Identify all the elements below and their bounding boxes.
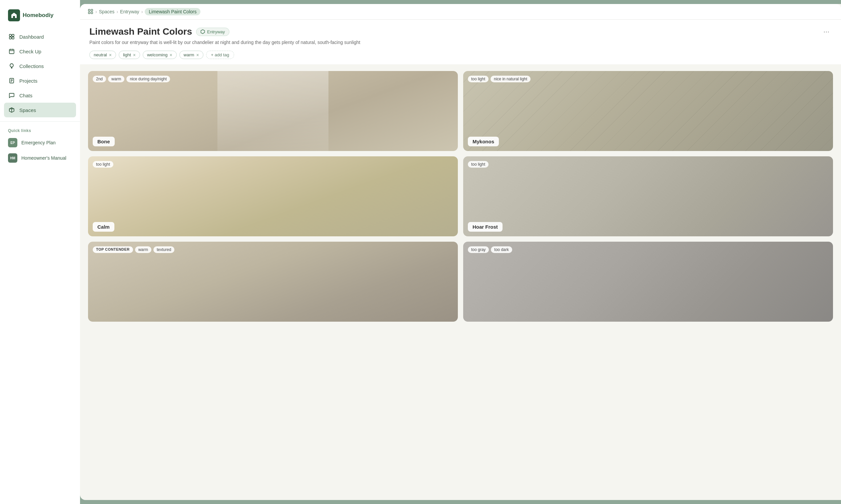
breadcrumb-home-icon[interactable] (88, 9, 93, 14)
breadcrumb-current[interactable]: Limewash Paint Colors (145, 8, 200, 15)
tag-light-label: light (123, 52, 131, 57)
card-calm-tags: too light (93, 161, 113, 168)
quick-links-label: Quick links (0, 126, 80, 135)
card-tag-2nd: 2nd (93, 76, 106, 82)
document-icon (8, 77, 15, 84)
card-tag-too-light-calm: too light (93, 161, 113, 168)
cards-grid: 2nd warm nice during day/night Bone too … (80, 64, 841, 328)
svg-rect-17 (91, 9, 93, 11)
mykonos-detail (463, 71, 833, 151)
main-nav: Dashboard Check Up (0, 29, 80, 117)
space-badge-icon (200, 29, 205, 34)
sidebar-item-spaces-label: Spaces (19, 107, 36, 113)
chat-icon (8, 92, 15, 99)
logo-icon (8, 9, 20, 21)
sidebar-item-projects-label: Projects (19, 78, 37, 84)
card-bone-label: Bone (93, 137, 115, 146)
breadcrumb: › Spaces › Entryway › Limewash Paint Col… (80, 4, 841, 20)
sidebar-item-collections-label: Collections (19, 63, 44, 69)
sidebar-item-dashboard-label: Dashboard (19, 34, 44, 40)
sidebar-item-collections[interactable]: Collections (0, 59, 80, 73)
breadcrumb-sep-2: › (117, 9, 118, 14)
tag-neutral-label: neutral (94, 52, 107, 57)
page-title: Limewash Paint Colors (89, 26, 192, 37)
card-too-gray[interactable]: too gray too dark (463, 242, 833, 322)
card-tag-nice-natural-light: nice in natural light (490, 76, 531, 82)
sidebar-item-chats[interactable]: Chats (0, 88, 80, 103)
quick-link-homeowners-manual[interactable]: HM Homeowner's Manual (0, 150, 80, 166)
card-calm[interactable]: too light Calm (88, 156, 458, 236)
card-tag-nice-day-night: nice during day/night (126, 76, 170, 82)
tags-row: neutral × light × welcoming × warm × + a… (89, 51, 832, 59)
card-bone[interactable]: 2nd warm nice during day/night Bone (88, 71, 458, 151)
sidebar-item-dashboard[interactable]: Dashboard (0, 29, 80, 44)
tag-light[interactable]: light × (119, 51, 140, 59)
add-tag-button[interactable]: + add tag (206, 51, 234, 59)
logo-text: Homebodiy (23, 12, 54, 19)
card-hoar-frost-tags: too light (468, 161, 488, 168)
sidebar-item-spaces[interactable]: Spaces (4, 103, 76, 117)
emergency-plan-avatar: EP (8, 138, 17, 147)
tag-welcoming[interactable]: welcoming × (143, 51, 177, 59)
page-description: Paint colors for our entryway that is we… (89, 39, 832, 46)
sidebar-item-checkup-label: Check Up (19, 49, 41, 54)
tag-warm-label: warm (184, 52, 194, 57)
grid-icon (8, 33, 15, 40)
sidebar-item-checkup[interactable]: Check Up (0, 44, 80, 59)
card-tag-warm: warm (108, 76, 124, 82)
card-hoar-frost[interactable]: too light Hoar Frost (463, 156, 833, 236)
card-top-contender[interactable]: TOP CONTENDER warm textured (88, 242, 458, 322)
page-header: Limewash Paint Colors Entryway ⋯ Paint c… (80, 20, 841, 64)
box-icon (8, 106, 15, 114)
svg-rect-18 (88, 12, 90, 14)
quick-link-emergency-plan[interactable]: EP Emergency Plan (0, 135, 80, 150)
tag-welcoming-label: welcoming (147, 52, 167, 57)
tag-warm[interactable]: warm × (179, 51, 203, 59)
card-tag-too-light-mykonos: too light (468, 76, 488, 82)
tag-warm-remove[interactable]: × (196, 53, 199, 57)
bone-detail (88, 71, 458, 151)
svg-rect-19 (91, 12, 93, 14)
card-mykonos[interactable]: too light nice in natural light Mykonos (463, 71, 833, 151)
sidebar-item-chats-label: Chats (19, 93, 32, 98)
card-hoar-frost-label: Hoar Frost (468, 222, 503, 232)
space-badge[interactable]: Entryway (196, 28, 229, 36)
tag-neutral[interactable]: neutral × (89, 51, 116, 59)
calendar-icon (8, 48, 15, 55)
tag-welcoming-remove[interactable]: × (169, 53, 172, 57)
more-options-button[interactable]: ⋯ (821, 26, 832, 37)
card-tag-too-gray: too gray (468, 246, 489, 253)
sidebar-item-projects[interactable]: Projects (0, 73, 80, 88)
breadcrumb-sep-3: › (141, 9, 143, 14)
homeowners-manual-label: Homeowner's Manual (21, 155, 66, 161)
main-content: › Spaces › Entryway › Limewash Paint Col… (80, 4, 841, 500)
svg-rect-2 (9, 37, 11, 39)
sidebar-divider (0, 121, 80, 122)
breadcrumb-sep-1: › (95, 9, 97, 14)
card-tag-too-dark: too dark (491, 246, 512, 253)
card-tag-top-contender: TOP CONTENDER (93, 246, 133, 253)
card-tag-warm-contender: warm (135, 246, 151, 253)
tag-neutral-remove[interactable]: × (109, 53, 112, 57)
card-tag-textured: textured (154, 246, 174, 253)
card-bone-tags: 2nd warm nice during day/night (93, 76, 170, 82)
card-tag-too-light-hoar: too light (468, 161, 488, 168)
svg-rect-1 (12, 34, 14, 36)
homeowners-manual-avatar: HM (8, 153, 17, 163)
svg-rect-0 (9, 34, 11, 36)
svg-rect-4 (9, 49, 14, 54)
breadcrumb-entryway[interactable]: Entryway (120, 9, 139, 14)
card-too-gray-tags: too gray too dark (468, 246, 512, 253)
bulb-icon (8, 62, 15, 70)
space-badge-label: Entryway (207, 29, 225, 34)
emergency-plan-label: Emergency Plan (21, 140, 56, 145)
card-mykonos-label: Mykonos (468, 137, 499, 146)
svg-rect-16 (88, 9, 90, 11)
tag-light-remove[interactable]: × (133, 53, 136, 57)
card-calm-label: Calm (93, 222, 114, 232)
card-mykonos-tags: too light nice in natural light (468, 76, 531, 82)
svg-rect-3 (12, 37, 14, 39)
logo-area: Homebodiy (0, 7, 80, 29)
sidebar: Homebodiy Dashboard (0, 0, 80, 504)
breadcrumb-spaces[interactable]: Spaces (99, 9, 115, 14)
